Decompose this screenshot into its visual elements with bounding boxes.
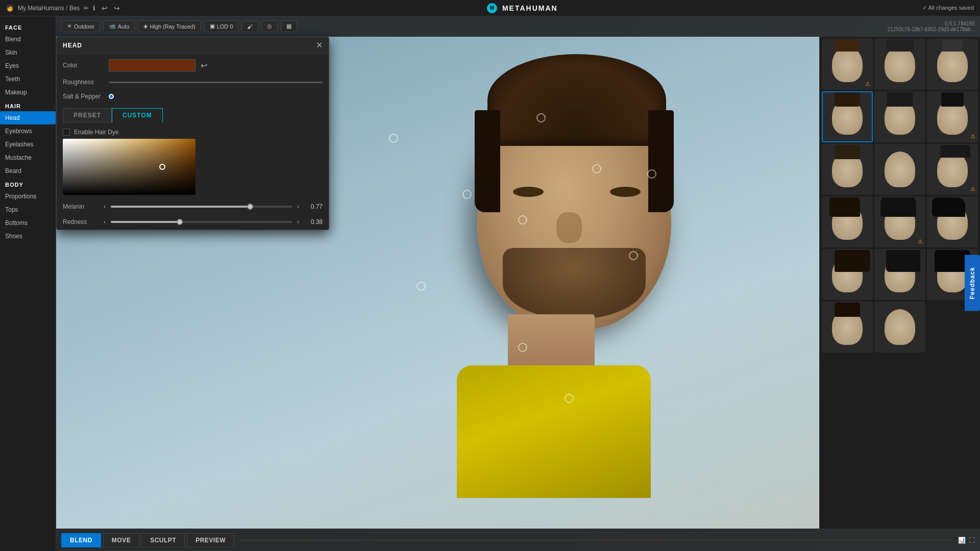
feedback-tab[interactable]: Feedback (965, 255, 980, 313)
sidebar-item-shoes[interactable]: Shoes (0, 230, 56, 243)
quality-button[interactable]: ◈ High (Ray Traced) (138, 20, 201, 32)
hair-panel: ⚠ (819, 37, 980, 529)
melanin-thumb[interactable] (247, 204, 253, 210)
grid-view-button[interactable]: ▦ (281, 20, 297, 32)
head-panel-close-button[interactable]: ✕ (316, 41, 323, 49)
grid-icon: ▦ (286, 23, 291, 30)
expand-icon[interactable]: ⛶ (969, 537, 975, 544)
hair-item-13[interactable] (822, 249, 873, 300)
feedback-tab-button[interactable]: Feedback (965, 255, 980, 311)
sidebar-item-eyebrows[interactable]: Eyebrows (0, 124, 56, 138)
outdoor-label: Outdoor (74, 23, 94, 30)
left-sidebar: FACE Blend Skin Eyes Teeth Makeup HAIR H… (0, 16, 56, 551)
hair-item-7[interactable] (822, 144, 873, 195)
salt-pepper-label: Salt & Pepper (63, 93, 104, 100)
salt-pepper-slider-thumb[interactable] (109, 94, 114, 99)
redness-slider[interactable] (111, 221, 292, 223)
hair-item-16[interactable] (822, 302, 873, 353)
hair-grid-container[interactable]: ⚠ (820, 37, 980, 529)
redness-thumb[interactable] (177, 219, 183, 225)
sidebar-item-beard[interactable]: Beard (0, 164, 56, 178)
head-panel-header: HEAD ✕ (57, 37, 329, 54)
sidebar-item-blend[interactable]: Blend (0, 33, 56, 46)
sculpt-dot-shoulder[interactable] (565, 394, 574, 403)
color-row: Color ↩ (57, 54, 329, 77)
redness-row: Redness ‹ › 0.38 (57, 214, 329, 230)
hair-grid: ⚠ (822, 39, 978, 353)
roughness-label: Roughness (63, 79, 104, 86)
sidebar-item-skin[interactable]: Skin (0, 46, 56, 59)
tab-sculpt[interactable]: SCULPT (141, 533, 185, 547)
color-picker-area[interactable] (63, 139, 323, 195)
hair-item-5[interactable] (874, 91, 925, 142)
sidebar-item-head[interactable]: Head (0, 111, 56, 124)
warn-badge-9: ⚠ (970, 186, 975, 192)
color-reset-button[interactable]: ↩ (201, 61, 207, 70)
sculpt-button[interactable]: ◎ (261, 20, 278, 32)
sidebar-item-bottoms[interactable]: Bottoms (0, 216, 56, 230)
center-panel: HEAD ✕ Color ↩ Roughness Salt & Pepper P… (56, 16, 980, 551)
tab-preview[interactable]: PREVIEW (187, 533, 234, 547)
hair-item-9[interactable]: ⚠ (927, 144, 978, 195)
eye-right (610, 187, 641, 197)
melanin-decrease-button[interactable]: ‹ (103, 202, 107, 211)
hair-item-1[interactable]: ⚠ (822, 39, 873, 90)
undo-button[interactable]: ↩ (100, 3, 110, 13)
hair-item-11[interactable]: ⚠ (874, 196, 925, 247)
hair-item-2[interactable] (874, 39, 925, 90)
beard-mesh (503, 248, 646, 319)
topbar: 🧑 My MetaHumans / Bes ✏ ℹ ↩ ↪ M METAHUMA… (0, 0, 980, 16)
hair-item-4[interactable] (822, 91, 873, 142)
sculpt-dot-chin[interactable] (416, 282, 426, 291)
topbar-left: 🧑 My MetaHumans / Bes ✏ ℹ ↩ ↪ (6, 3, 122, 13)
body-section-label: BODY (0, 178, 56, 190)
sidebar-item-teeth[interactable]: Teeth (0, 72, 56, 86)
nose-shadow (556, 212, 582, 243)
sculpt-dot-neck[interactable] (518, 343, 527, 352)
warn-badge-6: ⚠ (970, 133, 975, 140)
auto-button[interactable]: 📹 Auto (103, 20, 135, 32)
brush-button[interactable]: 🖌 (241, 21, 258, 32)
color-gradient-box[interactable] (63, 139, 195, 195)
hair-item-6[interactable]: ⚠ (927, 91, 978, 142)
hair-item-12[interactable] (927, 196, 978, 247)
outdoor-button[interactable]: ☀ Outdoor (61, 20, 100, 32)
melanin-label: Melanin (63, 203, 99, 210)
info-icon[interactable]: ℹ (93, 5, 95, 12)
sidebar-item-mustache[interactable]: Mustache (0, 151, 56, 164)
hair-side-right (648, 110, 674, 212)
sidebar-item-eyelashes[interactable]: Eyelashes (0, 138, 56, 151)
color-swatch[interactable] (109, 59, 195, 71)
custom-tab[interactable]: CUSTOM (112, 108, 163, 122)
lod-button[interactable]: ▣ LOD 0 (204, 20, 239, 32)
melanin-slider[interactable] (111, 206, 292, 208)
redness-decrease-button[interactable]: ‹ (103, 217, 107, 227)
sculpt-dot-ear[interactable] (389, 134, 398, 143)
preset-tab[interactable]: PRESET (63, 108, 112, 122)
sidebar-item-eyes[interactable]: Eyes (0, 59, 56, 72)
tab-blend[interactable]: BLEND (61, 533, 101, 547)
sculpt-dot-mouth[interactable] (518, 215, 527, 224)
chart-icon[interactable]: 📊 (958, 537, 966, 544)
redness-fill (111, 221, 180, 223)
melanin-increase-button[interactable]: › (296, 202, 300, 211)
hair-item-3[interactable] (927, 39, 978, 90)
roughness-slider[interactable] (109, 82, 323, 83)
bottom-divider (240, 539, 952, 541)
hair-item-10[interactable] (822, 196, 873, 247)
hair-item-8[interactable] (874, 144, 925, 195)
enable-hair-dye-checkbox[interactable] (63, 129, 70, 136)
quality-label: High (Ray Traced) (150, 23, 195, 30)
hair-item-14[interactable] (874, 249, 925, 300)
lod-icon: ▣ (210, 23, 215, 30)
breadcrumb: My MetaHumans / Bes (18, 5, 80, 12)
tab-move[interactable]: MOVE (103, 533, 139, 547)
sidebar-item-makeup[interactable]: Makeup (0, 86, 56, 99)
sidebar-item-proportions[interactable]: Proportions (0, 190, 56, 203)
sidebar-item-tops[interactable]: Tops (0, 203, 56, 216)
sculpt-dot-cheek-right[interactable] (592, 164, 601, 173)
hair-item-17[interactable] (874, 302, 925, 353)
redness-increase-button[interactable]: › (296, 217, 300, 227)
redo-button[interactable]: ↪ (112, 3, 122, 13)
edit-icon[interactable]: ✏ (84, 5, 89, 12)
